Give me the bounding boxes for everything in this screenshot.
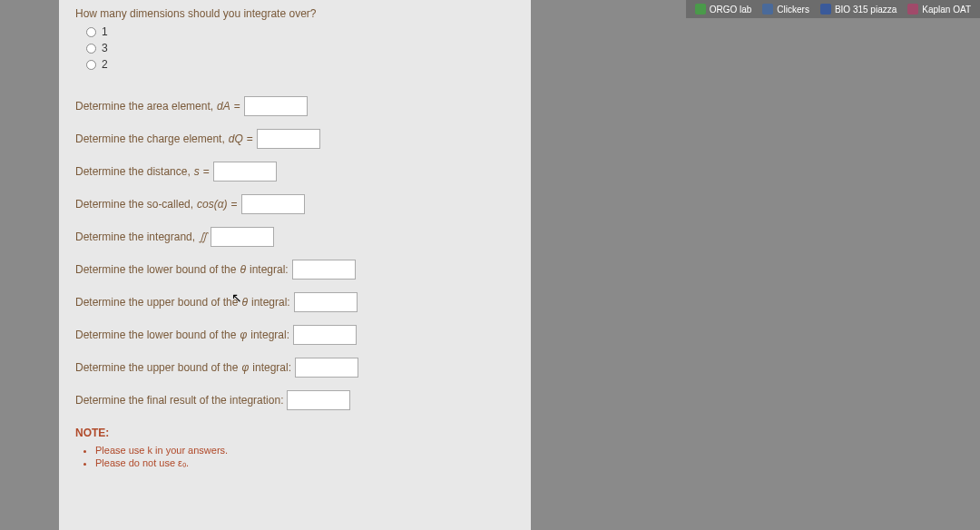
question-phi-upper: Determine the upper bound of the φ integ… <box>75 358 514 378</box>
radio-icon[interactable] <box>86 27 96 37</box>
q-text-pre: Determine the area element, <box>75 100 213 113</box>
bookmark-label: Clickers <box>777 5 809 15</box>
radio-label: 3 <box>102 42 108 54</box>
bookmark-icon <box>907 4 918 15</box>
radio-label: 2 <box>102 58 108 71</box>
q-text-pre: Determine the final result of the integr… <box>75 394 283 407</box>
input-cos-alpha[interactable] <box>241 194 305 214</box>
q-text-pre: Determine the lower bound of the <box>75 263 236 276</box>
input-dA[interactable] <box>244 96 308 116</box>
question-dQ: Determine the charge element, dQ = <box>75 129 514 149</box>
bookmark-label: BIO 315 piazza <box>835 5 897 15</box>
radio-icon[interactable] <box>86 44 96 54</box>
note-heading: NOTE: <box>75 427 514 439</box>
q-symbol: θ <box>240 263 246 276</box>
bookmark-label: ORGO lab <box>710 5 752 15</box>
radio-group-dimensions: 1 3 2 <box>86 25 514 71</box>
question-phi-lower: Determine the lower bound of the φ integ… <box>75 325 514 345</box>
q-text-pre: Determine the so-called, <box>75 198 193 211</box>
question-s: Determine the distance, s = <box>75 162 514 182</box>
bookmark-orgo-lab[interactable]: ORGO lab <box>695 4 752 15</box>
quiz-content: How many dimensions should you integrate… <box>59 0 531 530</box>
bookmark-label: Kaplan OAT <box>922 5 971 15</box>
bookmark-kaplan-oat[interactable]: Kaplan OAT <box>907 4 971 15</box>
q-text-pre: Determine the charge element, <box>75 132 225 145</box>
note-list: Please use k in your answers. Please do … <box>95 445 514 469</box>
q-text-post: integral: <box>250 263 289 276</box>
q-text-post: = <box>203 165 210 178</box>
q-text-pre: Determine the lower bound of the <box>75 329 236 341</box>
note-item: Please do not use ε₀. <box>95 457 514 469</box>
bookmark-icon <box>695 4 706 15</box>
question-final-result: Determine the final result of the integr… <box>75 390 514 410</box>
bookmarks-bar: ORGO lab Clickers BIO 315 piazza Kaplan … <box>686 0 980 18</box>
q-text-pre: Determine the distance, <box>75 165 191 178</box>
radio-label: 1 <box>102 25 108 38</box>
q-text-post: integral: <box>252 361 291 374</box>
q-text-post: = <box>234 100 240 113</box>
question-integrand: Determine the integrand, ∬ <box>75 227 514 247</box>
q-text-post: integral: <box>250 329 289 341</box>
input-theta-upper[interactable] <box>294 292 358 312</box>
q-symbol: ∬ <box>199 231 207 243</box>
question-prompt: How many dimensions should you integrate… <box>75 7 514 20</box>
radio-option-1[interactable]: 1 <box>86 25 514 38</box>
input-phi-lower[interactable] <box>293 325 357 345</box>
question-theta-upper: Determine the upper bound of the θ integ… <box>75 292 514 312</box>
q-symbol: φ <box>240 329 247 341</box>
radio-option-2[interactable]: 2 <box>86 58 514 71</box>
q-symbol: θ <box>241 296 248 309</box>
bookmark-clickers[interactable]: Clickers <box>762 4 809 15</box>
q-text-post: integral: <box>251 296 290 309</box>
radio-option-3[interactable]: 3 <box>86 42 514 54</box>
input-phi-upper[interactable] <box>295 358 358 378</box>
bookmark-icon <box>762 4 773 15</box>
question-theta-lower: Determine the lower bound of the θ integ… <box>75 260 514 280</box>
input-s[interactable] <box>213 162 277 182</box>
bookmark-bio-piazza[interactable]: BIO 315 piazza <box>820 4 897 15</box>
input-dQ[interactable] <box>257 129 320 149</box>
q-text-post: = <box>231 198 238 211</box>
q-text-pre: Determine the integrand, <box>75 231 195 243</box>
input-final-result[interactable] <box>287 390 350 410</box>
q-text-post: = <box>247 132 253 145</box>
input-theta-lower[interactable] <box>292 260 356 280</box>
bookmark-icon <box>820 4 831 15</box>
input-integrand[interactable] <box>211 227 274 247</box>
q-symbol: dQ <box>229 132 243 145</box>
question-dA: Determine the area element, dA = <box>75 96 514 116</box>
note-item: Please use k in your answers. <box>95 445 514 456</box>
question-cos-alpha: Determine the so-called, cos(α) = <box>75 194 514 214</box>
radio-icon[interactable] <box>86 60 96 70</box>
q-symbol: dA <box>217 100 230 113</box>
q-symbol: s <box>194 165 200 178</box>
q-text-pre: Determine the upper bound of the <box>75 361 238 374</box>
q-symbol: cos(α) <box>197 198 228 211</box>
q-symbol: φ <box>241 361 249 374</box>
q-text-pre: Determine the upper bound of the <box>75 296 238 309</box>
